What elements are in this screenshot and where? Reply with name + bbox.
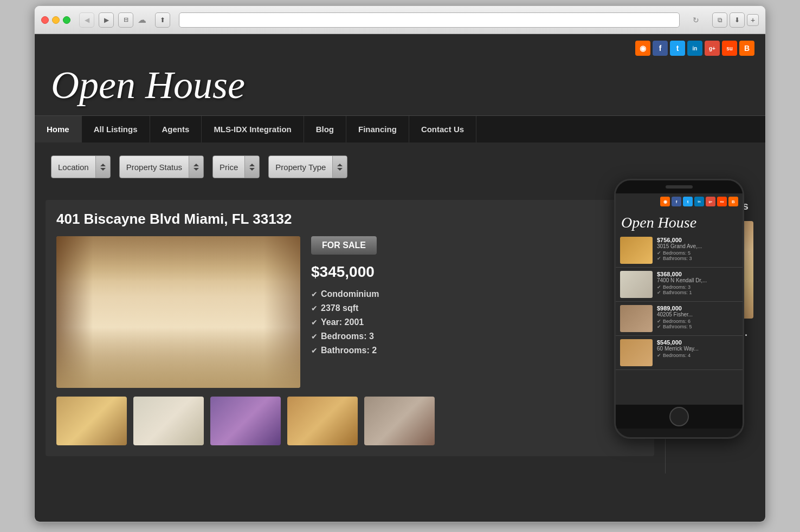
property-type-filter-label: Property Type xyxy=(269,157,332,177)
phone-check-2: ✔ xyxy=(657,256,661,261)
nav-financing[interactable]: Financing xyxy=(346,116,409,142)
phone-bath-label-3: Bathrooms: 5 xyxy=(663,324,692,329)
listing-price: $345,000 xyxy=(311,263,643,281)
phone-listing-info-2: $368,000 7400 N Kendall Dr,... ✔ Bedroom… xyxy=(657,271,738,295)
check-icon-3: ✔ xyxy=(311,318,318,327)
price-filter[interactable]: Price xyxy=(212,155,260,178)
refresh-button[interactable]: ↻ xyxy=(688,12,704,28)
site-header: Open House xyxy=(35,60,765,116)
phone-listing-info-1: $756,000 3015 Grand Ave,... ✔ Bedrooms: … xyxy=(657,237,738,261)
feature-bedrooms: ✔ Bedrooms: 3 xyxy=(311,332,643,341)
feature-year: ✔ Year: 2001 xyxy=(311,317,643,327)
phone-top xyxy=(616,180,743,193)
facebook-icon[interactable]: f xyxy=(653,41,668,56)
phone-feature-bed-3: ✔ Bedrooms: 6 xyxy=(657,319,738,324)
listing-details: FOR SALE $345,000 ✔ Condominium ✔ xyxy=(311,236,643,360)
location-filter[interactable]: Location xyxy=(51,155,111,178)
new-tab-button[interactable]: + xyxy=(747,14,759,26)
stumbleupon-icon[interactable]: su xyxy=(722,41,737,56)
cloud-icon: ☁ xyxy=(138,15,146,25)
listing-thumb-3[interactable] xyxy=(210,397,281,445)
phone-addr-3: 40205 Fisher... xyxy=(657,312,738,317)
listing-thumb-4[interactable] xyxy=(287,397,358,445)
phone-feature-bath-3: ✔ Bathrooms: 5 xyxy=(657,324,738,329)
phone-bed-label-3: Bedrooms: 6 xyxy=(663,319,691,324)
property-status-filter[interactable]: Property Status xyxy=(119,155,204,178)
listing-body: FOR SALE $345,000 ✔ Condominium ✔ xyxy=(56,236,643,388)
listing-thumb-5[interactable] xyxy=(364,397,435,445)
share-button[interactable]: ⬆ xyxy=(155,12,170,28)
phone-home-button[interactable] xyxy=(669,407,689,426)
phone-listing-4[interactable]: $545,000 60 Merrick Way... ✔ Bedrooms: 4 xyxy=(616,336,743,370)
check-icon-2: ✔ xyxy=(311,304,318,313)
fullscreen-icon[interactable]: ⧉ xyxy=(712,12,727,28)
address-bar[interactable] xyxy=(179,12,680,28)
phone-bl-icon: B xyxy=(728,197,738,206)
browser-titlebar: ◀ ▶ ⊟ ☁ ⬆ ↻ ⧉ ⬇ + xyxy=(35,6,765,34)
phone-listing-1[interactable]: $756,000 3015 Grand Ave,... ✔ Bedrooms: … xyxy=(616,233,743,268)
fullscreen-button[interactable] xyxy=(63,16,70,24)
phone-check-6: ✔ xyxy=(657,324,661,329)
minimize-button[interactable] xyxy=(52,16,60,24)
phone-thumb-4 xyxy=(620,339,653,366)
feature-type-label: Condominium xyxy=(321,289,379,299)
right-buttons: ⧉ ⬇ + xyxy=(712,12,759,28)
price-filter-label: Price xyxy=(213,157,244,177)
nav-contact[interactable]: Contact Us xyxy=(409,116,476,142)
phone-feature-bed-4: ✔ Bedrooms: 4 xyxy=(657,353,738,358)
listing-photo[interactable] xyxy=(56,236,300,388)
nav-home[interactable]: Home xyxy=(35,116,82,142)
property-status-filter-label: Property Status xyxy=(120,157,189,177)
back-button[interactable]: ◀ xyxy=(79,12,94,28)
property-type-filter-arrows xyxy=(332,156,347,178)
nav-blog[interactable]: Blog xyxy=(304,116,346,142)
phone-screen: ◉ f t in g+ su B Open House $756,000 301… xyxy=(616,193,743,405)
property-type-filter[interactable]: Property Type xyxy=(268,155,347,178)
phone-gp-icon: g+ xyxy=(706,197,715,206)
phone-in-icon: in xyxy=(694,197,704,206)
phone-mockup: ◉ f t in g+ su B Open House $756,000 301… xyxy=(614,179,744,439)
phone-listing-2[interactable]: $368,000 7400 N Kendall Dr,... ✔ Bedroom… xyxy=(616,268,743,302)
close-button[interactable] xyxy=(41,16,49,24)
phone-check-3: ✔ xyxy=(657,284,661,290)
phone-addr-2: 7400 N Kendall Dr,... xyxy=(657,277,738,283)
phone-thumb-3 xyxy=(620,305,653,332)
linkedin-icon[interactable]: in xyxy=(687,41,702,56)
forward-button[interactable]: ▶ xyxy=(99,12,114,28)
traffic-lights xyxy=(41,16,70,24)
phone-check-1: ✔ xyxy=(657,250,661,256)
phone-thumb-2 xyxy=(620,271,653,298)
feature-type: ✔ Condominium xyxy=(311,289,643,299)
phone-speaker xyxy=(666,185,693,189)
phone-price-3: $989,000 xyxy=(657,305,738,312)
blogger-icon[interactable]: B xyxy=(739,41,754,56)
navigation-bar: Home All Listings Agents MLS-IDX Integra… xyxy=(35,116,765,142)
listing-thumb-2[interactable] xyxy=(133,397,204,445)
listing-address: 401 Biscayne Blvd Miami, FL 33132 xyxy=(56,211,643,228)
twitter-icon[interactable]: t xyxy=(670,41,685,56)
googleplus-icon[interactable]: g+ xyxy=(705,41,720,56)
download-button[interactable]: ⬇ xyxy=(730,12,745,28)
feature-year-label: Year: 2001 xyxy=(321,317,364,327)
feature-sqft: ✔ 2378 sqft xyxy=(311,303,643,313)
check-icon-4: ✔ xyxy=(311,332,318,341)
phone-bottom xyxy=(616,405,743,429)
nav-agents[interactable]: Agents xyxy=(150,116,202,142)
nav-mls[interactable]: MLS-IDX Integration xyxy=(202,116,304,142)
phone-tw-icon: t xyxy=(683,197,693,206)
phone-listing-info-4: $545,000 60 Merrick Way... ✔ Bedrooms: 4 xyxy=(657,339,738,358)
nav-all-listings[interactable]: All Listings xyxy=(82,116,150,142)
rss-icon[interactable]: ◉ xyxy=(635,41,650,56)
location-filter-label: Location xyxy=(51,157,95,177)
phone-check-5: ✔ xyxy=(657,319,661,324)
listing-card: 401 Biscayne Blvd Miami, FL 33132 FOR SA… xyxy=(46,200,654,456)
for-sale-badge: FOR SALE xyxy=(311,236,377,255)
phone-price-1: $756,000 xyxy=(657,237,738,243)
listing-thumb-1[interactable] xyxy=(56,397,127,445)
phone-feature-bed-2: ✔ Bedrooms: 3 xyxy=(657,284,738,290)
phone-listing-3[interactable]: $989,000 40205 Fisher... ✔ Bedrooms: 6 ✔… xyxy=(616,302,743,336)
social-bar: ◉ f t in g+ su B xyxy=(35,34,765,60)
phone-price-2: $368,000 xyxy=(657,271,738,277)
sidebar-button[interactable]: ⊟ xyxy=(118,12,133,28)
listings-area: 401 Biscayne Blvd Miami, FL 33132 FOR SA… xyxy=(35,191,665,473)
